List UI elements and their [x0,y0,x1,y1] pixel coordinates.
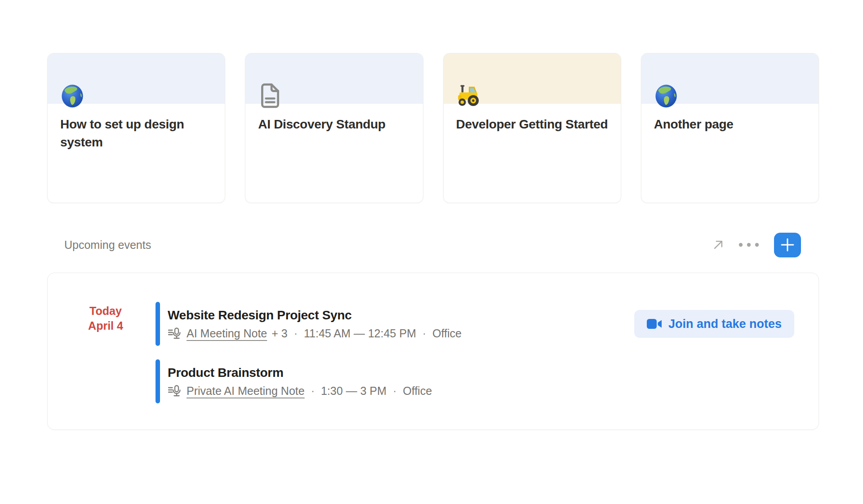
globe-icon [59,82,86,109]
join-and-take-notes-button[interactable]: Join and take notes [634,310,794,338]
event-title: Product Brainstorm [168,366,432,380]
event-content: Website Redesign Project Sync [168,302,462,346]
card-title: How to set up design system [48,115,225,151]
event-location: Office [403,385,432,398]
page-card-ai-discovery-standup[interactable]: AI Discovery Standup [245,53,423,203]
card-title: Another page [641,115,819,133]
page-card-developer-getting-started[interactable]: Developer Getting Started [443,53,621,203]
card-title: Developer Getting Started [444,115,621,133]
event-content: Product Brainstorm [168,359,432,403]
event-date-value: April 4 [69,318,142,333]
dot-separator: · [294,327,298,340]
event-meta: AI Meeting Note + 3 · 11:45 AM — 12:45 P… [168,327,462,340]
event-location: Office [432,327,462,340]
event-accent-bar [156,359,160,403]
event-row-website-redesign[interactable]: Website Redesign Project Sync [156,302,794,346]
page-card-another-page[interactable]: Another page [641,53,819,203]
open-arrow-icon[interactable] [712,239,725,251]
dot-separator: · [311,385,315,398]
globe-icon [653,82,680,109]
upcoming-events-card: Today April 4 Website Redesign Project S… [47,273,819,430]
event-date: Today April 4 [69,302,142,403]
event-title: Website Redesign Project Sync [168,308,462,323]
section-actions [712,233,801,257]
meeting-note-link[interactable]: AI Meeting Note [187,327,267,340]
dashboard: How to set up design system AI Discovery… [47,53,819,430]
section-title: Upcoming events [64,239,151,252]
plus-icon[interactable] [774,233,801,257]
event-accent-bar [156,302,160,346]
document-icon [257,82,284,109]
tractor-icon [455,82,482,109]
more-icon[interactable] [738,239,760,251]
event-time: 11:45 AM — 12:45 PM [304,327,416,340]
meeting-note-link[interactable]: Private AI Meeting Note [187,385,305,398]
video-camera-icon [647,318,662,329]
join-button-label: Join and take notes [668,317,782,331]
page-cards-row: How to set up design system AI Discovery… [47,53,819,203]
event-meta: Private AI Meeting Note · 1:30 — 3 PM · … [168,385,432,398]
events-list: Website Redesign Project Sync [156,302,794,403]
page-card-design-system[interactable]: How to set up design system [47,53,225,203]
event-time: 1:30 — 3 PM [321,385,387,398]
ai-meeting-note-icon [168,385,181,397]
upcoming-events-header: Upcoming events [47,231,819,258]
dot-separator: · [423,327,426,340]
attendee-count: + 3 [271,327,287,340]
event-date-label: Today [69,304,142,318]
ai-meeting-note-icon [168,327,181,340]
card-title: AI Discovery Standup [245,115,423,133]
dot-separator: · [393,385,396,398]
event-row-product-brainstorm[interactable]: Product Brainstorm [156,359,794,403]
